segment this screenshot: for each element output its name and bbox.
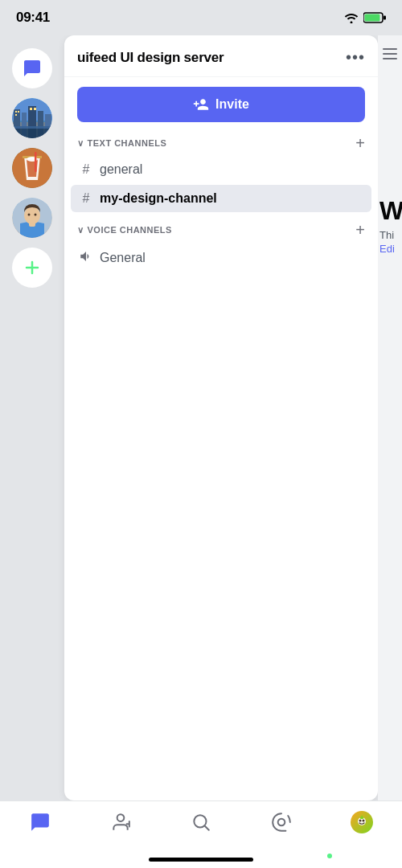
more-options-button[interactable]: ••• xyxy=(346,48,365,67)
preview-desc: Thi xyxy=(379,229,402,241)
text-channels-header: ∨ TEXT CHANNELS + xyxy=(71,132,371,154)
nav-home[interactable] xyxy=(16,811,64,833)
svg-point-23 xyxy=(35,214,37,216)
invite-button[interactable]: Invite xyxy=(77,87,365,122)
voice-channel-general[interactable]: General xyxy=(71,243,371,273)
voice-channels-chevron[interactable]: ∨ xyxy=(77,225,84,235)
sidebar-add-server-button[interactable] xyxy=(12,248,52,288)
sidebar-dm-button[interactable] xyxy=(12,48,52,88)
main-panel: uifeed UI design server ••• Invite ∨ TEX… xyxy=(64,35,378,800)
nav-profile[interactable] xyxy=(338,811,386,833)
sidebar-server-3[interactable] xyxy=(12,198,52,238)
home-indicator xyxy=(149,858,253,862)
svg-rect-10 xyxy=(18,111,19,113)
svg-point-36 xyxy=(359,820,362,822)
add-text-channel-button[interactable]: + xyxy=(355,135,365,151)
server-avatar-city xyxy=(12,98,52,138)
panel-header: uifeed UI design server ••• xyxy=(64,35,378,77)
text-channels-chevron[interactable]: ∨ xyxy=(77,138,84,149)
svg-point-34 xyxy=(278,819,285,826)
voice-channels-title: ∨ VOICE CHANNELS xyxy=(77,225,172,235)
svg-rect-11 xyxy=(15,114,17,116)
nav-profile-icon xyxy=(351,811,373,833)
svg-rect-1 xyxy=(365,14,380,22)
server-name: uifeed UI design server xyxy=(77,50,224,66)
nav-mentions[interactable] xyxy=(257,811,306,833)
svg-point-32 xyxy=(117,814,125,821)
status-bar: 09:41 xyxy=(0,0,402,35)
nav-home-icon xyxy=(29,811,51,833)
nav-search-icon xyxy=(190,811,212,833)
svg-point-22 xyxy=(28,214,31,216)
voice-channel-general-name: General xyxy=(100,251,146,265)
svg-rect-2 xyxy=(384,16,386,20)
svg-rect-13 xyxy=(34,108,36,110)
channel-design-name: my-design-channel xyxy=(100,191,217,206)
channel-general-name: general xyxy=(100,162,142,177)
wifi-icon xyxy=(344,12,359,23)
svg-rect-9 xyxy=(15,111,17,113)
hashtag-icon: # xyxy=(79,162,93,177)
status-icons xyxy=(344,12,386,23)
status-time: 09:41 xyxy=(16,10,50,26)
svg-point-21 xyxy=(24,207,40,224)
left-sidebar xyxy=(0,35,64,800)
voice-channels-header: ∨ VOICE CHANNELS + xyxy=(71,219,371,241)
nav-mentions-icon xyxy=(270,811,293,833)
text-channels-title: ∨ TEXT CHANNELS xyxy=(77,138,166,149)
svg-point-37 xyxy=(363,820,365,822)
server-avatar-food xyxy=(12,148,52,188)
preview-edit: Edi xyxy=(379,243,402,255)
add-voice-channel-button[interactable]: + xyxy=(355,222,365,238)
preview-letter: W xyxy=(379,196,402,226)
voice-channels-section: ∨ VOICE CHANNELS + General xyxy=(64,219,378,273)
invite-label: Invite xyxy=(215,97,249,112)
sidebar-server-2[interactable] xyxy=(12,148,52,188)
nav-friends-icon xyxy=(109,811,132,833)
svg-rect-15 xyxy=(12,126,52,129)
channel-my-design[interactable]: # my-design-channel xyxy=(71,185,371,212)
nav-search[interactable] xyxy=(177,811,225,833)
svg-rect-18 xyxy=(35,152,37,172)
hashtag-icon-2: # xyxy=(79,191,93,206)
text-channels-section: ∨ TEXT CHANNELS + # general # my-design-… xyxy=(64,132,378,212)
channel-general[interactable]: # general xyxy=(71,156,371,183)
svg-rect-39 xyxy=(362,816,363,818)
sidebar-server-1[interactable] xyxy=(12,98,52,138)
right-panel-peek: W Thi Edi xyxy=(378,35,402,800)
svg-rect-12 xyxy=(30,108,32,110)
server-avatar-person xyxy=(12,198,52,238)
nav-friends[interactable] xyxy=(96,811,145,833)
hamburger-icon[interactable] xyxy=(378,35,402,59)
battery-icon xyxy=(363,12,386,23)
svg-point-33 xyxy=(194,815,206,827)
speaker-icon xyxy=(79,249,93,267)
